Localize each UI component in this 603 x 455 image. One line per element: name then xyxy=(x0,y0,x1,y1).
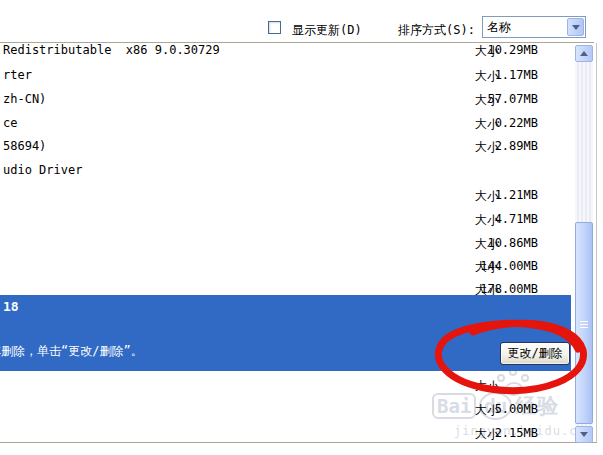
sort-by-label: 排序方式(S): xyxy=(398,22,475,39)
size-value: 0.22MB xyxy=(448,116,538,130)
show-updates-checkbox[interactable] xyxy=(268,21,281,34)
size-value: 4.71MB xyxy=(448,212,538,226)
program-name-fragment: 58694) xyxy=(3,139,46,153)
program-name-fragment: udio Driver xyxy=(3,163,82,177)
change-remove-button[interactable]: 更改/删除 xyxy=(500,342,570,365)
selected-program-item[interactable]: 18 其删除，单击“更改/删除”。 更改/删除 xyxy=(0,295,571,371)
list-item[interactable]: 大小144.00MB xyxy=(0,259,575,274)
chevron-down-icon xyxy=(580,432,588,437)
chevron-down-icon xyxy=(572,25,580,30)
list-item[interactable]: 大小1.21MB xyxy=(0,188,575,203)
program-name-fragment: rter xyxy=(3,68,32,82)
program-name-fragment: zh-CN) xyxy=(3,92,46,106)
list-item[interactable]: 大小 xyxy=(0,378,575,393)
scroll-up-button[interactable] xyxy=(575,45,593,62)
vertical-scrollbar xyxy=(575,45,593,443)
scrollbar-grip xyxy=(580,321,588,330)
scrollbar-thumb[interactable] xyxy=(575,222,593,424)
selected-program-hint: 其删除，单击“更改/删除”。 xyxy=(0,343,143,360)
right-border xyxy=(596,43,597,442)
list-item[interactable]: rter大小1.17MB xyxy=(0,68,575,83)
size-value: 2.15MB xyxy=(448,426,538,440)
show-updates-label: 显示更新(D) xyxy=(292,22,362,39)
size-value: 144.00MB xyxy=(448,259,538,273)
add-remove-programs-panel: 显示更新(D) 排序方式(S): 名称 Redistributable x86 … xyxy=(0,0,603,455)
sort-by-selected-value: 名称 xyxy=(483,19,567,36)
size-value: 10.86MB xyxy=(448,236,538,250)
list-item[interactable]: 大小2.15MB xyxy=(0,426,575,441)
list-item[interactable]: ce大小0.22MB xyxy=(0,116,575,131)
size-label: 大小 xyxy=(475,378,499,395)
selected-program-title-fragment: 18 xyxy=(3,299,19,314)
list-item[interactable]: 大小5.00MB xyxy=(0,402,575,417)
size-value: 57.07MB xyxy=(448,92,538,106)
size-value: 1.17MB xyxy=(448,68,538,82)
list-item[interactable]: udio Driver xyxy=(0,163,575,178)
program-name-fragment: ce xyxy=(3,116,17,130)
chevron-up-icon xyxy=(580,51,588,56)
program-name-fragment: Redistributable x86 9.0.30729 xyxy=(3,43,220,57)
scroll-down-button[interactable] xyxy=(575,426,593,443)
dropdown-arrow-button[interactable] xyxy=(567,18,584,36)
list-item[interactable]: 58694)大小2.89MB xyxy=(0,139,575,154)
size-value: 178.00MB xyxy=(448,282,538,296)
list-item[interactable]: Redistributable x86 9.0.30729大小10.29MB xyxy=(0,43,575,58)
size-value: 2.89MB xyxy=(448,139,538,153)
list-item[interactable]: 大小10.86MB xyxy=(0,236,575,251)
size-value: 10.29MB xyxy=(448,43,538,57)
sort-by-dropdown[interactable]: 名称 xyxy=(482,16,586,38)
size-value: 5.00MB xyxy=(448,402,538,416)
list-item[interactable]: 大小4.71MB xyxy=(0,212,575,227)
size-value: 1.21MB xyxy=(448,188,538,202)
list-item[interactable]: zh-CN)大小57.07MB xyxy=(0,92,575,107)
